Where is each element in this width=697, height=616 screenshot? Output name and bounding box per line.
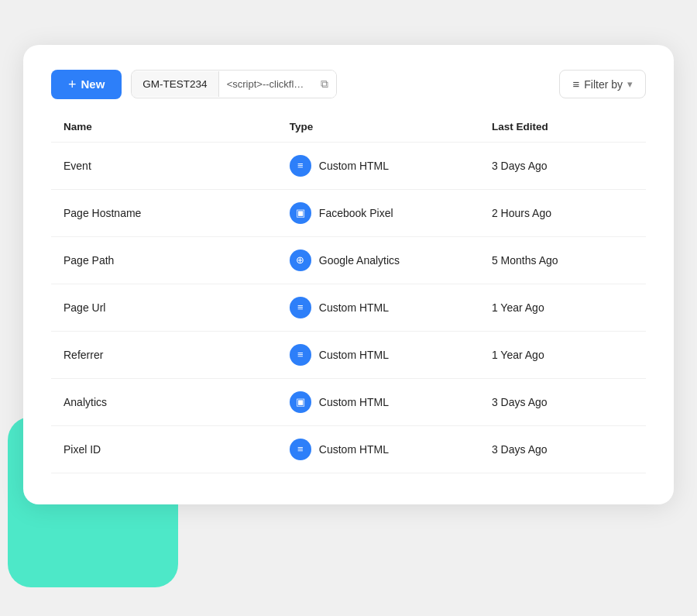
plus-icon: + [68,77,77,91]
table-row[interactable]: Analytics▣Custom HTML3 Days Ago [51,378,646,425]
chevron-down-icon: ▾ [627,78,633,90]
cell-edited: 3 Days Ago [479,425,646,473]
cell-type: ≡Custom HTML [277,142,479,189]
script-tag-box: GM-TEST234 <script>--clickflare tracking… [131,70,337,98]
table-row[interactable]: Referrer≡Custom HTML1 Year Ago [51,331,646,378]
table-row[interactable]: Event≡Custom HTML3 Days Ago [51,142,646,189]
cell-name: Page Hostname [51,189,277,236]
cell-name: Pixel ID [51,425,277,473]
toolbar: + New GM-TEST234 <script>--clickflare tr… [51,70,646,99]
cell-name: Analytics [51,378,277,425]
custom-html-icon: ≡ [290,297,311,318]
cell-edited: 5 Months Ago [479,236,646,284]
filter-label: Filter by [584,78,623,91]
cell-name: Referrer [51,331,277,378]
cell-edited: 2 Hours Ago [479,189,646,236]
new-label: New [81,77,105,91]
type-label: Facebook Pixel [319,207,393,219]
table-row[interactable]: Page Path⊕Google Analytics5 Months Ago [51,236,646,284]
custom-html-icon: ≡ [290,439,311,460]
table-row[interactable]: Page Hostname▣Facebook Pixel2 Hours Ago [51,189,646,236]
table-body: Event≡Custom HTML3 Days AgoPage Hostname… [51,142,646,473]
table-row[interactable]: Pixel ID≡Custom HTML3 Days Ago [51,425,646,473]
cell-type: ≡Custom HTML [277,331,479,378]
type-label: Google Analytics [319,254,400,267]
filter-button[interactable]: ≡ Filter by ▾ [559,70,646,98]
facebook-pixel-icon: ▣ [290,391,311,413]
card: + New GM-TEST234 <script>--clickflare tr… [23,45,674,504]
cell-edited: 3 Days Ago [479,378,646,425]
custom-html-icon: ≡ [290,344,311,366]
table-row[interactable]: Page Url≡Custom HTML1 Year Ago [51,284,646,331]
script-code: <script>--clickflare tracking script ... [219,71,313,97]
cell-type: ⊕Google Analytics [277,236,479,284]
col-header-name: Name [51,121,277,143]
copy-icon[interactable]: ⧉ [313,71,336,98]
type-label: Custom HTML [319,396,389,408]
cell-edited: 1 Year Ago [479,284,646,331]
col-header-edited: Last Edited [479,121,646,143]
cell-name: Page Path [51,236,277,284]
data-table: Name Type Last Edited Event≡Custom HTML3… [51,121,646,473]
type-label: Custom HTML [319,349,389,361]
outer-wrapper: + New GM-TEST234 <script>--clickflare tr… [15,29,682,587]
custom-html-icon: ≡ [290,155,311,177]
cell-type: ≡Custom HTML [277,425,479,473]
cell-type: ▣Custom HTML [277,378,479,425]
cell-type: ▣Facebook Pixel [277,189,479,236]
cell-edited: 3 Days Ago [479,142,646,189]
script-id: GM-TEST234 [132,71,218,97]
facebook-pixel-icon: ▣ [290,202,311,224]
type-label: Custom HTML [319,160,389,172]
google-analytics-icon: ⊕ [290,249,311,271]
cell-edited: 1 Year Ago [479,331,646,378]
cell-name: Page Url [51,284,277,331]
new-button[interactable]: + New [51,70,122,99]
col-header-type: Type [277,121,479,143]
type-label: Custom HTML [319,301,389,314]
table-header-row: Name Type Last Edited [51,121,646,143]
table-header: Name Type Last Edited [51,121,646,143]
type-label: Custom HTML [319,443,389,456]
filter-icon: ≡ [572,77,579,91]
cell-name: Event [51,142,277,189]
cell-type: ≡Custom HTML [277,284,479,331]
